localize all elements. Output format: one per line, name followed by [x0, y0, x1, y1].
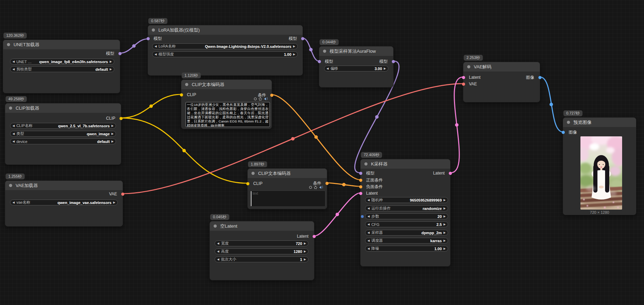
arrow-right-icon[interactable]: ▶ [444, 247, 446, 250]
prompt-textarea[interactable]: 一位18岁的亚洲少女，黑色长直发及腰，空气刘海，杏仁眼，清透妆容，浅粉色唇彩，身… [185, 102, 270, 127]
widget-clip-name[interactable]: ◀ CLIP名称 qwen_2.5_vl_7b.safetensors ▶ [10, 123, 116, 129]
node-header[interactable]: 模型采样算法AuraFlow [319, 46, 393, 56]
output-socket-conditioning[interactable] [270, 94, 273, 97]
node-preview-image[interactable]: 0.727秒 预览图像 图像 [563, 117, 636, 215]
output-socket-model[interactable] [118, 52, 122, 55]
arrow-left-icon[interactable]: ◀ [327, 67, 329, 70]
node-header[interactable]: CLIP文本编码器 [181, 80, 272, 89]
node-header[interactable]: VAE加载器 [5, 181, 123, 190]
arrow-right-icon[interactable]: ▶ [110, 68, 112, 71]
arrow-right-icon[interactable]: ▶ [444, 231, 446, 234]
widget-height[interactable]: ◀ 高度 1280 ▶ [215, 248, 308, 254]
node-header[interactable]: VAE解码 [463, 62, 540, 71]
output-socket-image[interactable] [538, 76, 542, 79]
arrow-left-icon[interactable]: ◀ [155, 45, 157, 48]
widget-vae-name[interactable]: ◀ vae名称 qwen_image_vae.safetensors ▶ [10, 200, 118, 205]
speaker-icon[interactable]: ) [264, 98, 268, 100]
arrow-right-icon[interactable]: ▶ [112, 133, 114, 135]
arrow-left-icon[interactable]: ◀ [155, 53, 157, 56]
node-clip-text-encode-negative[interactable]: 1.897秒 CLIP文本编码器 CLIP 条件 ) text [247, 168, 327, 209]
arrow-right-icon[interactable]: ▶ [444, 223, 446, 226]
circle-icon[interactable] [309, 186, 312, 189]
widget-shift[interactable]: ◀ 偏移 3.00 ▶ [324, 66, 388, 71]
input-socket-model[interactable] [318, 60, 321, 63]
arrow-right-icon[interactable]: ▶ [444, 215, 446, 218]
output-socket-clip[interactable] [119, 117, 123, 120]
arrow-left-icon[interactable]: ◀ [13, 125, 15, 127]
widget-batch-size[interactable]: ◀ 批次大小 1 ▶ [215, 256, 308, 262]
arrow-right-icon[interactable]: ▶ [293, 45, 295, 48]
widget-sampler[interactable]: ◀ 采样器 dpmpp_2m ▶ [365, 230, 448, 236]
arrow-right-icon[interactable]: ▶ [444, 239, 446, 242]
output-socket-conditioning[interactable] [325, 182, 329, 185]
widget-control-after-generate[interactable]: ◀ 运行后操作 randomize ▶ [365, 205, 448, 211]
widget-cfg[interactable]: ◀ CFG 2.5 ▶ [365, 221, 448, 227]
node-clip-loader[interactable]: 49.258秒 CLIP加载器 CLIP ◀ CLIP名称 qwen_2.5_v… [5, 103, 121, 165]
node-header[interactable]: LoRA加载器(仅模型) [148, 25, 303, 35]
arrow-left-icon[interactable]: ◀ [217, 250, 219, 253]
arrow-left-icon[interactable]: ◀ [13, 133, 15, 135]
input-socket-positive[interactable] [359, 179, 362, 182]
preview-image[interactable] [580, 136, 622, 210]
arrow-left-icon[interactable]: ◀ [368, 199, 370, 202]
node-header[interactable]: CLIP加载器 [5, 103, 121, 113]
widget-weight-dtype[interactable]: ◀ 剪枝类型 default ▶ [10, 66, 114, 72]
arrow-right-icon[interactable]: ▶ [112, 125, 114, 127]
widget-type[interactable]: ◀ 类型 qwen_image ▶ [10, 131, 116, 137]
output-socket-vae[interactable] [121, 193, 124, 196]
widget-lora-name[interactable]: ◀ LoRA名称 Qwen-Image-Lightning-8steps-V2.… [152, 43, 298, 49]
graph-canvas[interactable]: 120.362秒 UNET加载器 模型 ◀ UNET … qwen_image_… [0, 0, 644, 305]
widget-scheduler[interactable]: ◀ 调度器 karras ▶ [365, 238, 448, 244]
widget-width[interactable]: ◀ 宽度 720 ▶ [215, 240, 308, 246]
node-vae-decode[interactable]: 2.253秒 VAE解码 Latent VAE 图像 [463, 62, 540, 102]
prompt-textarea-empty[interactable]: text [250, 190, 325, 207]
arrow-left-icon[interactable]: ◀ [368, 239, 370, 242]
arrow-left-icon[interactable]: ◀ [13, 68, 15, 71]
node-lora-loader[interactable]: 0.587秒 LoRA加载器(仅模型) 模型 模型 ◀ LoRA名称 Qwen-… [148, 25, 303, 76]
arrow-right-icon[interactable]: ▶ [293, 53, 295, 56]
gear-icon[interactable] [314, 186, 317, 189]
widget-seed[interactable]: ◀ 随机种 965059526899969 ▶ [365, 197, 448, 203]
node-vae-loader[interactable]: 1.255秒 VAE加载器 VAE ◀ vae名称 qwen_image_vae… [5, 180, 123, 227]
speaker-icon[interactable]: ) [319, 186, 323, 189]
arrow-left-icon[interactable]: ◀ [217, 242, 219, 245]
gear-icon[interactable] [259, 98, 262, 101]
arrow-left-icon[interactable]: ◀ [13, 201, 15, 204]
arrow-right-icon[interactable]: ▶ [444, 199, 446, 202]
arrow-left-icon[interactable]: ◀ [368, 231, 370, 234]
node-header[interactable]: 空Latent [210, 221, 314, 231]
widget-unet-name[interactable]: ◀ UNET … qwen_image_fp8_e4m3fn.safetenso… [10, 59, 114, 65]
input-socket-latent[interactable] [359, 192, 362, 195]
input-socket-image[interactable] [562, 131, 565, 134]
arrow-left-icon[interactable]: ◀ [368, 223, 370, 226]
arrow-left-icon[interactable]: ◀ [13, 140, 15, 143]
output-socket-model[interactable] [301, 37, 304, 40]
output-socket-latent[interactable] [313, 235, 316, 238]
arrow-right-icon[interactable]: ▶ [110, 60, 112, 63]
arrow-right-icon[interactable]: ▶ [304, 258, 306, 261]
node-model-sampling-auraflow[interactable]: 0.044秒 模型采样算法AuraFlow 模型 模型 ◀ 偏移 3.00 ▶ [319, 46, 394, 87]
arrow-right-icon[interactable]: ▶ [304, 242, 306, 245]
arrow-left-icon[interactable]: ◀ [13, 60, 15, 63]
input-socket-steps[interactable] [361, 215, 364, 218]
input-socket-latent[interactable] [462, 76, 465, 79]
node-header[interactable]: CLIP文本编码器 [248, 169, 327, 178]
input-socket-vae[interactable] [462, 83, 465, 86]
node-unet-loader[interactable]: 120.362秒 UNET加载器 模型 ◀ UNET … qwen_image_… [3, 40, 120, 93]
node-header[interactable]: 预览图像 [563, 118, 636, 127]
arrow-left-icon[interactable]: ◀ [368, 215, 370, 218]
widget-device[interactable]: ◀ device default ▶ [10, 138, 116, 144]
widget-steps[interactable]: ◀ 步数 20 ▶ [365, 213, 448, 219]
input-socket-negative[interactable] [359, 185, 362, 188]
arrow-right-icon[interactable]: ▶ [113, 201, 115, 204]
circle-icon[interactable] [254, 98, 257, 100]
node-empty-latent[interactable]: 0.045秒 空Latent Latent ◀ 宽度 720 ▶ ◀ 高度 12… [209, 221, 314, 280]
node-ksampler[interactable]: 72.409秒 K采样器 模型 正面条件 负面条件 Latent Latent … [360, 159, 451, 266]
arrow-right-icon[interactable]: ▶ [112, 140, 114, 143]
output-socket-model[interactable] [392, 60, 395, 63]
arrow-left-icon[interactable]: ◀ [217, 258, 219, 261]
input-socket-clip[interactable] [180, 93, 183, 96]
arrow-left-icon[interactable]: ◀ [368, 207, 370, 210]
node-header[interactable]: UNET加载器 [3, 40, 120, 49]
arrow-right-icon[interactable]: ▶ [384, 67, 386, 70]
